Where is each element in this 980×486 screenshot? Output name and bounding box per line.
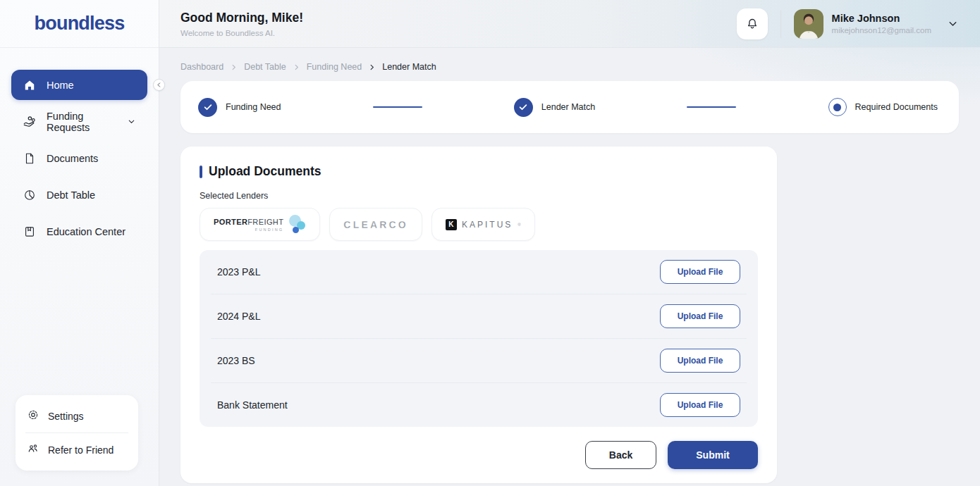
- sidebar-item-refer-to-friend[interactable]: Refer to Friend: [16, 433, 138, 466]
- upload-file-button[interactable]: Upload File: [660, 260, 740, 284]
- divider: [780, 11, 781, 37]
- selected-lenders-row: PORTERFREIGHT FUNDING CLEARCO: [200, 208, 758, 241]
- app-window: boundless Home Funding Requ: [0, 0, 980, 486]
- document-label: Bank Statement: [217, 399, 288, 411]
- upload-file-button[interactable]: Upload File: [660, 304, 740, 328]
- pie-chart-icon: [23, 188, 37, 202]
- title-accent-bar: [200, 166, 202, 178]
- sidebar-footer-card: Settings Refer to Friend: [16, 395, 138, 471]
- chevron-right-icon: [230, 63, 238, 71]
- gear-icon: [27, 409, 39, 423]
- book-icon: [23, 225, 37, 239]
- document-row-bank-statement: Bank Statement Upload File: [200, 383, 758, 427]
- registered-mark: ®: [517, 223, 520, 227]
- document-label: 2023 P&L: [217, 266, 261, 278]
- chevron-right-icon: [368, 63, 376, 71]
- step-label: Funding Need: [226, 102, 281, 112]
- notifications-button[interactable]: [737, 8, 768, 39]
- sidebar-item-funding-requests[interactable]: Funding Requests: [11, 106, 147, 137]
- current-step-icon: [828, 98, 847, 116]
- sidebar-item-label: Education Center: [47, 226, 125, 237]
- user-meta: Mike Johnson mikejohnson12@gmail.com: [832, 13, 931, 35]
- clearco-wordmark: CLEARCO: [343, 219, 408, 230]
- top-header: Good Morning, Mike! Welcome to Boundless…: [159, 0, 980, 48]
- chevron-right-icon: [293, 63, 300, 71]
- check-circle-icon: [514, 98, 533, 117]
- home-icon: [23, 78, 37, 92]
- bell-icon: [745, 17, 759, 31]
- chevron-down-icon: [127, 117, 136, 126]
- check-circle-icon: [198, 98, 217, 117]
- sidebar-item-home[interactable]: Home: [11, 70, 147, 100]
- lender-chip-porterfreight: PORTERFREIGHT FUNDING: [200, 208, 320, 241]
- back-button[interactable]: Back: [585, 441, 656, 469]
- step-required-documents: Required Documents: [828, 98, 938, 116]
- greeting-subtitle: Welcome to Boundless AI.: [180, 29, 303, 37]
- step-label: Lender Match: [541, 102, 595, 112]
- sidebar-item-education-center[interactable]: Education Center: [11, 216, 147, 247]
- breadcrumb-item-lender-match: Lender Match: [382, 62, 436, 72]
- user-name: Mike Johnson: [832, 13, 931, 24]
- greeting-block: Good Morning, Mike! Welcome to Boundless…: [180, 11, 303, 37]
- document-label: 2024 P&L: [217, 311, 261, 322]
- sidebar-item-label: Funding Requests: [47, 111, 116, 133]
- avatar: [794, 9, 823, 39]
- kapitus-logo-icon: K: [446, 219, 457, 230]
- kapitus-wordmark: KAPITUS: [462, 220, 513, 230]
- breadcrumb-item-debt-table[interactable]: Debt Table: [244, 62, 286, 72]
- selected-lenders-label: Selected Lenders: [200, 191, 758, 201]
- step-funding-need: Funding Need: [198, 98, 281, 117]
- porterfreight-logo-icon: [287, 215, 306, 235]
- card-title: Upload Documents: [209, 164, 321, 179]
- card-actions: Back Submit: [200, 441, 758, 469]
- logo-area: boundless: [0, 0, 159, 48]
- breadcrumb: Dashboard Debt Table Funding Need Lender…: [180, 62, 959, 72]
- card-title-row: Upload Documents: [200, 164, 758, 179]
- step-connector: [373, 106, 422, 108]
- lender-chip-clearco: CLEARCO: [329, 208, 422, 241]
- sidebar-collapse-button[interactable]: [153, 79, 165, 91]
- step-connector: [687, 106, 736, 108]
- required-documents-list: 2023 P&L Upload File 2024 P&L Upload Fil…: [200, 250, 758, 427]
- sidebar-footer-label: Settings: [48, 411, 84, 422]
- page-greeting: Good Morning, Mike!: [180, 11, 303, 25]
- people-icon: [27, 442, 39, 457]
- boundless-logo: boundless: [35, 13, 125, 35]
- main-column: Good Morning, Mike! Welcome to Boundless…: [159, 0, 980, 486]
- document-row-2023-bs: 2023 BS Upload File: [200, 339, 758, 382]
- step-lender-match: Lender Match: [514, 98, 595, 117]
- user-menu[interactable]: Mike Johnson mikejohnson12@gmail.com: [794, 9, 959, 39]
- sidebar-footer-label: Refer to Friend: [48, 444, 114, 456]
- document-icon: [23, 151, 37, 166]
- breadcrumb-item-funding-need[interactable]: Funding Need: [307, 62, 362, 72]
- upload-documents-card: Upload Documents Selected Lenders PORTER…: [180, 147, 777, 483]
- breadcrumb-item-dashboard[interactable]: Dashboard: [180, 62, 223, 72]
- document-row-2024-pl: 2024 P&L Upload File: [200, 294, 758, 338]
- sidebar-item-label: Debt Table: [47, 189, 95, 201]
- document-label: 2023 BS: [217, 355, 255, 366]
- document-row-2023-pl: 2023 P&L Upload File: [200, 250, 758, 294]
- user-email: mikejohnson12@gmail.com: [832, 26, 931, 35]
- progress-stepper: Funding Need Lender Match Required Docum…: [180, 81, 959, 133]
- sidebar: boundless Home Funding Requ: [0, 0, 159, 486]
- header-right: Mike Johnson mikejohnson12@gmail.com: [737, 8, 959, 39]
- content-area: Dashboard Debt Table Funding Need Lender…: [159, 48, 980, 486]
- chevron-down-icon: [947, 18, 959, 30]
- upload-file-button[interactable]: Upload File: [660, 349, 740, 373]
- submit-button[interactable]: Submit: [668, 441, 758, 469]
- sidebar-item-debt-table[interactable]: Debt Table: [11, 180, 147, 210]
- sidebar-item-label: Home: [47, 80, 74, 91]
- sidebar-item-settings[interactable]: Settings: [16, 399, 138, 432]
- sidebar-item-label: Documents: [47, 153, 98, 164]
- sidebar-item-documents[interactable]: Documents: [11, 143, 147, 173]
- chevron-left-icon: [156, 82, 162, 88]
- porterfreight-wordmark: PORTERFREIGHT FUNDING: [214, 218, 283, 232]
- upload-file-button[interactable]: Upload File: [660, 393, 740, 417]
- lender-chip-kapitus: K KAPITUS ®: [431, 208, 535, 241]
- hand-coins-icon: [23, 115, 37, 129]
- step-label: Required Documents: [855, 102, 938, 112]
- sidebar-nav: Home Funding Requests: [0, 48, 159, 247]
